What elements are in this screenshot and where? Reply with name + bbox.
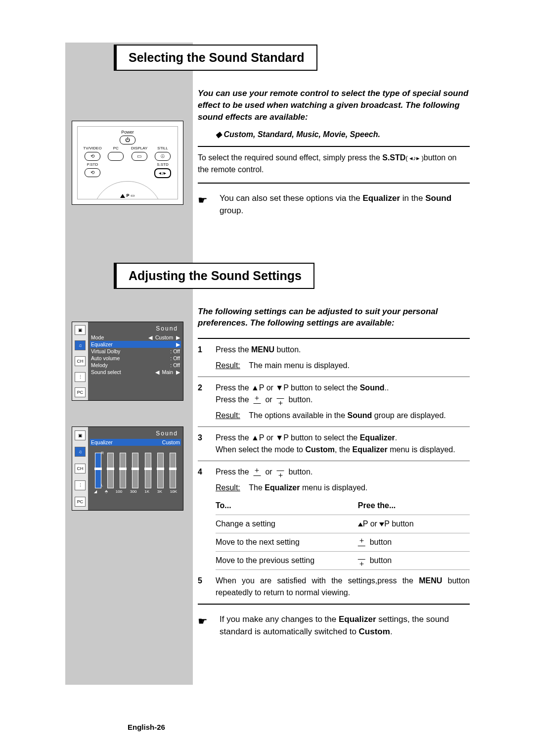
heading-adjusting-sound-settings: Adjusting the Sound Settings bbox=[114, 263, 314, 289]
osd-row-melody: Melody: Off bbox=[90, 362, 181, 369]
osd-row-equalizer: Equalizer▶ bbox=[90, 341, 181, 348]
equalizer-freq-labels: ◢⬘1003001K3K10K bbox=[90, 489, 181, 494]
step-1: 1 Press the MENU button. Result: The mai… bbox=[198, 344, 470, 372]
sstd-label: S.STD bbox=[152, 162, 174, 167]
remote-p-indicator: P ▭ bbox=[120, 193, 135, 198]
step-4: 4 Press the ＋— or —＋ button. Result: The… bbox=[198, 466, 470, 570]
step-3: 3 Press the ▲P or ▼P button to select th… bbox=[198, 432, 470, 456]
step-2: 2 Press the ▲P or ▼P button to select th… bbox=[198, 382, 470, 422]
table-row: Move to the next setting＋— button bbox=[216, 533, 470, 552]
osd1-title: Sound bbox=[90, 325, 178, 332]
osd-row-sound-select: Sound select◀ Main ▶ bbox=[90, 369, 181, 376]
hand-icon: ☛ bbox=[198, 614, 220, 638]
equalizer-bars bbox=[92, 449, 179, 488]
page-footer: English-26 bbox=[128, 723, 165, 731]
osd-row-virtual-dolby: Virtual Dolby: Off bbox=[90, 348, 181, 355]
table-row: Change a settingP or P button bbox=[216, 515, 470, 533]
section2-intro: The following settings can be adjusted t… bbox=[198, 306, 470, 330]
osd-side-icons: ▣♫CH⋮PC bbox=[72, 322, 88, 400]
figure-osd-sound-menu: ▣♫CH⋮PC Sound Mode◀ Custom ▶ Equalizer▶ … bbox=[72, 322, 183, 401]
osd-row-mode: Mode◀ Custom ▶ bbox=[90, 334, 181, 341]
figure-osd-equalizer: ▣♫CH⋮PC Sound EqualizerCustom R L ◢⬘1003… bbox=[72, 426, 183, 511]
tv-video-button: ⟲ bbox=[85, 152, 100, 161]
step-5: 5 When you are satisfied with the settin… bbox=[198, 575, 470, 599]
section1-intro: You can use your remote control to selec… bbox=[198, 88, 470, 123]
action-table: To...Pree the... Change a settingP or P … bbox=[216, 497, 470, 570]
section1-body: To select the required sound effect, sim… bbox=[198, 152, 470, 176]
osd2-header-row: EqualizerCustom bbox=[90, 439, 181, 446]
hand-icon: ☛ bbox=[198, 192, 220, 217]
sound-effects-list: ◆ Custom, Standard, Music, Movie, Speech… bbox=[216, 130, 470, 139]
sstd-button: ◂♪▸ bbox=[154, 168, 171, 178]
pstd-button: ⟲ bbox=[85, 168, 100, 177]
heading-selecting-sound-standard: Selecting the Sound Standard bbox=[114, 45, 317, 71]
display-button: ▭ bbox=[132, 152, 147, 161]
power-button-icon: ⏻ bbox=[120, 136, 135, 144]
osd-row-auto-volume: Auto volume: Off bbox=[90, 355, 181, 362]
still-button: ⦾ bbox=[155, 152, 171, 161]
osd2-side-icons: ▣♫CH⋮PC bbox=[72, 427, 88, 510]
remote-row-labels: TV/VIDEOPCDISPLAYSTILL bbox=[82, 146, 174, 150]
section2-note: If you make any changes to the Equalizer… bbox=[220, 614, 470, 638]
pc-button bbox=[108, 152, 124, 161]
pstd-label: P.STD bbox=[82, 162, 103, 167]
figure-remote-control: Power ⏻ TV/VIDEOPCDISPLAYSTILL ⟲ ▭ ⦾ P.S… bbox=[72, 121, 183, 205]
section1-note: You can also set these options via the E… bbox=[220, 192, 470, 217]
osd2-title: Sound bbox=[90, 430, 178, 437]
remote-power-label: Power bbox=[82, 130, 174, 135]
table-row: Move to the previous setting—＋ button bbox=[216, 552, 470, 570]
